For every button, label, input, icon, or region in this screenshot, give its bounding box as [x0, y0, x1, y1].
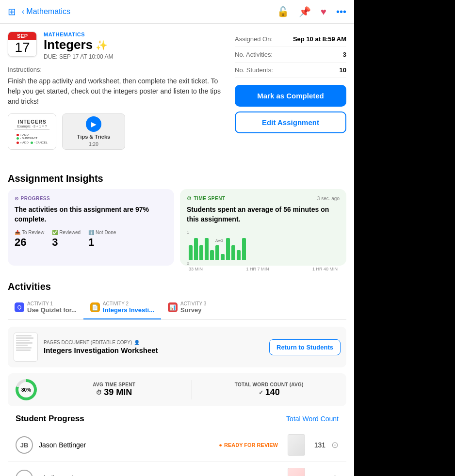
- due-date: DUE: SEP 17 AT 10:00 AM: [44, 53, 227, 60]
- activities-label: No. Activities:: [235, 51, 273, 58]
- heart-icon[interactable]: ♥: [321, 6, 326, 17]
- assignment-header: SEP 17 MATHEMATICS Integers ✨ DUE: SEP 1…: [8, 32, 227, 60]
- students-row: No. Students: 10: [235, 63, 346, 78]
- total-wc-metric: TOTAL WORD COUNT (AVG) ✓ 140: [200, 382, 339, 397]
- pin-icon[interactable]: 📌: [299, 6, 311, 17]
- more-icon[interactable]: •••: [336, 6, 346, 17]
- sidebar-toggle-icon[interactable]: ⊞: [8, 6, 16, 17]
- poster-subtitle: Example: -3 + 1 = ?: [17, 125, 47, 128]
- lock-icon[interactable]: 🔓: [277, 6, 289, 17]
- student-progress-title: Student Progress: [16, 414, 84, 424]
- poster-title: INTEGERS: [17, 119, 46, 125]
- right-section: Assigned On: Sep 10 at 8:59 AM No. Activ…: [235, 32, 346, 158]
- doc-thumbnail: [14, 333, 38, 362]
- more-button-jb[interactable]: ⊙: [331, 440, 339, 450]
- total-word-count-link[interactable]: Total Word Count: [286, 415, 339, 423]
- completion-circle: 80%: [16, 379, 37, 400]
- not-done-value: 1: [88, 236, 116, 249]
- progress-text: The activities on this assignment are 97…: [15, 205, 167, 224]
- avg-time-label: AVG TIME SPENT: [45, 382, 184, 387]
- mark-completed-button[interactable]: Mark as Completed: [235, 85, 346, 107]
- review-icon: ●: [219, 442, 222, 448]
- doc-name: Integers Investigation Worksheet: [44, 346, 263, 354]
- subject-label: MATHEMATICS: [44, 32, 227, 37]
- to-review-stat: 📥 To Review 26: [15, 230, 44, 249]
- time-card: ⏱ TIME SPENT 3 sec. ago Students spent a…: [180, 189, 346, 266]
- total-wc-value: ✓ 140: [200, 387, 339, 397]
- edit-assignment-button[interactable]: Edit Assignment: [235, 111, 346, 133]
- chart-bar: [242, 238, 246, 260]
- instructions-text: Finish the app activity and worksheet, t…: [8, 76, 227, 107]
- play-icon: ▶: [86, 116, 101, 132]
- back-label: Mathematics: [26, 7, 70, 16]
- student-row: JB Jason Bettinger ● READY FOR REVIEW 13…: [8, 428, 346, 462]
- tab1-small-label: ACTIVITY 1: [27, 301, 77, 306]
- video-thumb[interactable]: ▶ Tips & Tricks 1:20: [62, 113, 125, 150]
- tab1-main-label: Use Quizlet for...: [27, 306, 77, 314]
- survey-icon: 📊: [168, 302, 178, 312]
- reviewed-stat: ✅ Reviewed 3: [52, 230, 81, 249]
- metric-divider: [192, 380, 192, 399]
- chart-bar: [205, 238, 209, 260]
- activities-row: No. Activities: 3: [235, 47, 346, 63]
- assigned-on-row: Assigned On: Sep 10 at 8:59 AM: [235, 32, 346, 47]
- students-label: No. Students:: [235, 66, 273, 74]
- status-badge-jb: ● READY FOR REVIEW: [215, 441, 282, 449]
- progress-stats: 📥 To Review 26 ✅ Reviewed 3: [15, 230, 167, 249]
- content-area: SEP 17 MATHEMATICS Integers ✨ DUE: SEP 1…: [0, 24, 354, 165]
- tab-activity-1[interactable]: Q ACTIVITY 1 Use Quizlet for...: [8, 297, 83, 319]
- doc-type: PAGES DOCUMENT (EDITABLE COPY) 👤: [44, 340, 263, 345]
- doc-info: PAGES DOCUMENT (EDITABLE COPY) 👤 Integer…: [44, 340, 263, 354]
- instructions-label: Instructions:: [8, 66, 227, 73]
- tab2-small-label: ACTIVITY 2: [103, 301, 154, 306]
- cal-day: 17: [8, 40, 36, 56]
- word-count-jb: 131: [311, 441, 325, 449]
- assigned-on-value: Sep 10 at 8:59 AM: [293, 35, 346, 43]
- back-button[interactable]: ‹ Mathematics: [22, 7, 70, 16]
- clock-tag-icon: ⏱: [187, 196, 192, 201]
- insights-section-title: Assignment Insights: [8, 173, 346, 184]
- student-progress-header: Student Progress Total Word Count: [8, 414, 346, 428]
- avg-time-value: ⏱ 39 MIN: [45, 387, 184, 397]
- doc-mini-jb: [288, 434, 305, 456]
- student-row-cb: CB Chella Boehm ✓ VIEWED 111 ⊙: [8, 462, 346, 476]
- chart-bar: [194, 238, 198, 260]
- black-overlay: [354, 0, 455, 476]
- chart-bar: [189, 245, 193, 260]
- not-done-stat: ℹ️ Not Done 1: [88, 230, 116, 249]
- info-icon: ℹ️: [88, 230, 94, 235]
- nav-actions: 🔓 📌 ♥ •••: [277, 6, 346, 17]
- tab3-small-label: ACTIVITY 3: [180, 301, 206, 306]
- chart-bar: [210, 250, 214, 260]
- students-value: 10: [340, 66, 346, 74]
- status-badge-cb: ✓ VIEWED: [247, 474, 282, 476]
- video-duration: 1:20: [89, 142, 98, 147]
- chart-bar: [199, 245, 203, 260]
- assignment-title: Integers ✨: [44, 37, 227, 52]
- return-to-students-button[interactable]: Return to Students: [269, 339, 341, 355]
- top-nav: ⊞ ‹ Mathematics 🔓 📌 ♥ •••: [0, 0, 354, 24]
- chevron-left-icon: ‹: [22, 7, 24, 16]
- more-button-cb[interactable]: ⊙: [331, 473, 339, 476]
- integers-poster-thumb[interactable]: INTEGERS Example: -3 + 1 = ? + ADD - SUB…: [8, 113, 56, 150]
- avatar-jb: JB: [16, 436, 33, 454]
- attachments: INTEGERS Example: -3 + 1 = ? + ADD - SUB…: [8, 113, 227, 150]
- chart-bar: [221, 254, 225, 260]
- quizlet-icon: Q: [15, 302, 24, 312]
- person-icon: 👤: [134, 340, 140, 345]
- time-chart: 1 AVG: [187, 230, 340, 259]
- activities-section: Q ACTIVITY 1 Use Quizlet for... 📄 ACTIVI…: [0, 297, 354, 476]
- progress-tag: ⊙ PROGRESS: [15, 196, 167, 201]
- video-label: Tips & Tricks: [77, 134, 110, 140]
- tab-activity-3[interactable]: 📊 ACTIVITY 3 Survey: [161, 297, 213, 319]
- inbox-icon: 📥: [15, 230, 20, 235]
- chart-labels: 33 MIN 1 HR 7 MIN 1 HR 40 MIN: [187, 266, 340, 271]
- chart-bar: AVG: [215, 245, 219, 260]
- avatar-cb: CB: [16, 470, 33, 476]
- left-section: SEP 17 MATHEMATICS Integers ✨ DUE: SEP 1…: [8, 32, 227, 158]
- percent-label: 80%: [18, 382, 34, 397]
- chart-bar: [231, 245, 235, 260]
- metrics-row: 80% AVG TIME SPENT ⏱ 39 MIN TOTAL WORD C…: [8, 373, 346, 406]
- tab-activity-2[interactable]: 📄 ACTIVITY 2 Integers Investi...: [83, 297, 161, 319]
- title-text: Integers: [44, 37, 93, 52]
